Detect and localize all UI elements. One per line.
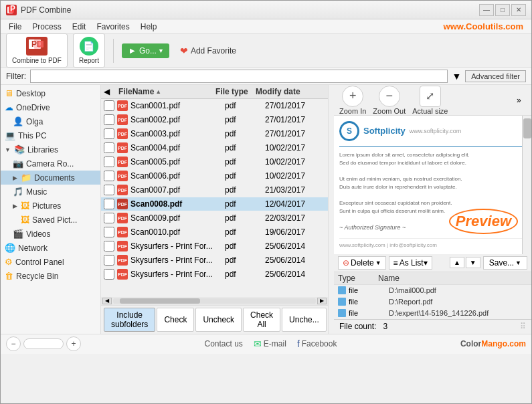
- file-checkbox-9[interactable]: [104, 213, 114, 223]
- combine-button[interactable]: PDF Combine to PDF: [6, 33, 68, 68]
- preview-panel-expand[interactable]: »: [517, 96, 526, 105]
- zoom-out-button[interactable]: −: [379, 86, 400, 107]
- file-row[interactable]: PDF Scan0009.pdf pdf 22/03/2017: [101, 211, 328, 225]
- file-checkbox-11[interactable]: [104, 241, 114, 251]
- sidebar-item-music[interactable]: 🎵 Music: [1, 185, 100, 199]
- menu-favorites[interactable]: Favorites: [91, 21, 135, 33]
- file-date-1: 27/01/2017: [265, 101, 325, 110]
- email-link[interactable]: ✉ E-mail: [254, 338, 286, 349]
- zoom-in-button[interactable]: +: [342, 86, 363, 107]
- file-row[interactable]: PDF Scan0002.pdf pdf 27/01/2017: [101, 113, 328, 127]
- check-button[interactable]: Check: [157, 308, 194, 332]
- save-dropdown-icon[interactable]: ▼: [515, 260, 521, 266]
- file-row[interactable]: PDF Scan0007.pdf pdf 21/03/2017: [101, 183, 328, 197]
- header-moddate[interactable]: Modify date: [256, 87, 316, 96]
- sidebar-item-videos[interactable]: 🎬 Videos: [1, 227, 100, 241]
- merge-row-1[interactable]: file D:\mail000.pdf: [334, 285, 531, 296]
- menu-file[interactable]: File: [3, 21, 27, 33]
- close-button[interactable]: ✕: [511, 4, 526, 16]
- menu-process[interactable]: Process: [27, 21, 66, 33]
- file-checkbox-2[interactable]: [104, 114, 114, 125]
- nav-next-button[interactable]: +: [66, 336, 81, 351]
- filter-dropdown-icon[interactable]: ▼: [452, 71, 461, 82]
- menu-help[interactable]: Help: [135, 21, 163, 33]
- brand-link[interactable]: www.Coolutils.com: [444, 21, 523, 31]
- minimize-button[interactable]: —: [479, 4, 494, 16]
- file-row[interactable]: PDF Scan0006.pdf pdf 10/02/2017: [101, 169, 328, 183]
- nav-slider[interactable]: [23, 338, 64, 349]
- file-checkbox-5[interactable]: [104, 157, 114, 167]
- include-subfolders-button[interactable]: Include subfolders: [104, 308, 155, 332]
- move-down-button[interactable]: ▼: [466, 257, 480, 268]
- file-checkbox-12[interactable]: [104, 255, 114, 266]
- go-dropdown-icon[interactable]: ▼: [158, 47, 164, 54]
- scroll-left-btn[interactable]: ◀: [102, 298, 112, 304]
- nav-left-icon[interactable]: ◀: [104, 87, 110, 96]
- file-checkbox-3[interactable]: [104, 128, 114, 139]
- delete-button[interactable]: ⊖ Delete ▼: [338, 256, 386, 270]
- file-row[interactable]: PDF Scan0010.pdf pdf 19/06/2017: [101, 225, 328, 239]
- go-button[interactable]: ▶ Go... ▼: [122, 43, 169, 58]
- merge-file-icon-1: [338, 286, 346, 294]
- file-checkbox-7[interactable]: [104, 185, 114, 195]
- contact-us-link[interactable]: Contact us: [204, 339, 242, 348]
- save-button[interactable]: Save... ▼: [483, 256, 527, 270]
- menu-edit[interactable]: Edit: [67, 21, 92, 33]
- sidebar-item-pictures[interactable]: ▶ 🖼 Pictures: [1, 199, 100, 213]
- resize-handle[interactable]: ⠿: [520, 322, 526, 331]
- file-checkbox-13[interactable]: [104, 269, 114, 280]
- filter-input[interactable]: [30, 70, 448, 83]
- file-row[interactable]: PDF Skysurfers - Print For... pdf 25/06/…: [101, 268, 328, 282]
- add-favorite-button[interactable]: ❤ Add Favorite: [175, 43, 242, 58]
- file-checkbox-8[interactable]: [104, 199, 114, 209]
- facebook-link[interactable]: f Facebook: [297, 338, 337, 349]
- sidebar-item-controlpanel[interactable]: ⚙ Control Panel: [1, 255, 100, 269]
- scroll-thumb[interactable]: [120, 298, 200, 304]
- sidebar-item-savedpict[interactable]: 🖼 Saved Pict...: [1, 213, 100, 227]
- merge-name-2: D:\Report.pdf: [389, 298, 527, 306]
- file-checkbox-10[interactable]: [104, 227, 114, 237]
- maximize-button[interactable]: □: [495, 4, 510, 16]
- header-filename[interactable]: FileName ▲: [118, 87, 215, 96]
- sidebar-item-thispc[interactable]: 💻 This PC: [1, 128, 100, 142]
- sidebar-item-olga[interactable]: 👤 Olga: [1, 114, 100, 128]
- sidebar-item-desktop[interactable]: 🖥 Desktop: [1, 86, 100, 100]
- uncheck-button[interactable]: Uncheck: [195, 308, 242, 332]
- logo-tagline: www.softplicity.com: [410, 127, 461, 136]
- file-checkbox-6[interactable]: [104, 171, 114, 181]
- move-up-button[interactable]: ▲: [450, 257, 464, 268]
- unche-button[interactable]: Unche...: [282, 308, 327, 332]
- delete-dropdown-icon[interactable]: ▼: [375, 260, 381, 266]
- merge-list-body: file D:\mail000.pdf file D:\Report.pdf f…: [334, 285, 531, 319]
- header-filetype[interactable]: File type: [215, 87, 256, 96]
- music-icon: 🎵: [13, 187, 23, 197]
- sidebar-item-cameraro[interactable]: 📷 Camera Ro...: [1, 157, 100, 171]
- scroll-track[interactable]: [113, 298, 316, 304]
- sidebar-item-libraries[interactable]: ▼ 📚 Libraries: [1, 142, 100, 157]
- file-list-horiz-scroll[interactable]: ◀ ▶: [101, 297, 328, 305]
- advanced-filter-button[interactable]: Advanced filter: [465, 70, 526, 82]
- sidebar-item-onedrive[interactable]: ☁ OneDrive: [1, 100, 100, 114]
- file-row-selected[interactable]: PDF Scan0008.pdf pdf 12/04/2017: [101, 197, 328, 211]
- file-checkbox-4[interactable]: [104, 142, 114, 153]
- report-button[interactable]: 📄 Report: [73, 33, 105, 68]
- file-row[interactable]: PDF Scan0004.pdf pdf 10/02/2017: [101, 141, 328, 155]
- actual-size-button[interactable]: ⤢: [420, 86, 441, 107]
- scroll-right-btn[interactable]: ▶: [317, 298, 327, 304]
- merge-row-2[interactable]: file D:\Report.pdf: [334, 296, 531, 308]
- file-row[interactable]: PDF Scan0005.pdf pdf 10/02/2017: [101, 155, 328, 169]
- file-row[interactable]: PDF Skysurfers - Print For... pdf 25/06/…: [101, 254, 328, 268]
- preview-vscroll[interactable]: [522, 116, 531, 254]
- sidebar-item-recyclebin[interactable]: 🗑 Recycle Bin: [1, 269, 100, 283]
- merge-row-3[interactable]: file D:\expert\14-5196_141226.pdf: [334, 308, 531, 319]
- file-row[interactable]: PDF Skysurfers - Print For... pdf 25/06/…: [101, 239, 328, 254]
- file-row[interactable]: PDF Scan0001.pdf pdf 27/01/2017: [101, 99, 328, 113]
- report-icon: 📄: [80, 37, 98, 56]
- file-checkbox-1[interactable]: [104, 100, 114, 111]
- check-all-button[interactable]: Check All: [243, 308, 280, 332]
- sidebar-item-network[interactable]: 🌐 Network: [1, 241, 100, 255]
- as-list-button[interactable]: ≡ As List▾: [389, 256, 432, 270]
- sidebar-item-documents[interactable]: ▶ 📁 Documents: [1, 171, 100, 185]
- file-row[interactable]: PDF Scan0003.pdf pdf 27/01/2017: [101, 127, 328, 141]
- nav-prev-button[interactable]: −: [6, 336, 21, 351]
